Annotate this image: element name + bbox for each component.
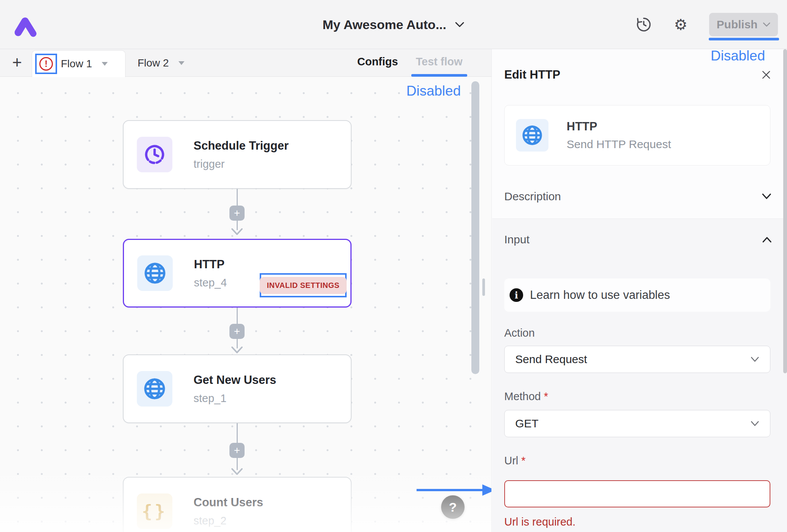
close-panel-button[interactable] [761,69,772,80]
step-settings-panel: Edit HTTP HTTP Send HTTP [491,49,787,532]
chevron-down-icon[interactable] [455,21,465,28]
http-icon-box [137,255,173,291]
node-title: Get New Users [194,373,276,387]
node-http[interactable]: HTTP step_4 INVALID SETTINGS [123,239,352,308]
action-select-value: Send Request [515,353,587,366]
invalid-settings-badge: INVALID SETTINGS [260,277,347,294]
panel-title: Edit HTTP [504,68,560,82]
close-icon [761,70,771,80]
testflow-disabled-underline-annotation [411,74,467,77]
add-flow-button[interactable]: + [8,53,26,72]
piece-info-card: HTTP Send HTTP Request [504,105,770,165]
description-label: Description [504,190,561,203]
globe-icon [143,377,167,401]
connector: + [229,423,245,476]
node-subtitle: step_2 [194,515,263,527]
flow-builder-app: My Awesome Auto... ⚙ Publish [0,0,787,532]
url-arrow-annotation [416,482,491,498]
version-history-button[interactable] [635,16,652,33]
connector: + [229,308,245,354]
panel-scrollbar[interactable] [482,278,485,296]
description-section-toggle[interactable]: Description [504,187,772,206]
piece-name: HTTP [567,120,671,133]
node-subtitle: step_4 [194,277,227,289]
chevron-up-icon [762,236,772,243]
header: My Awesome Auto... ⚙ Publish [0,0,787,49]
url-input[interactable] [504,480,770,507]
tab-flow-2[interactable]: Flow 2 [133,54,189,72]
caret-down-icon[interactable] [178,61,184,65]
chevron-down-icon [761,193,772,200]
http-icon-box [516,119,548,152]
input-label: Input [504,233,530,246]
invalid-settings-annotation-box: INVALID SETTINGS [260,273,347,297]
action-field-label: Action [504,327,535,339]
flow-tabbar: + ! Flow 1 Flow 2 Configs Test flow [0,49,491,77]
clock-icon [143,143,166,166]
chevron-down-icon [763,22,770,27]
required-asterisk: * [521,455,525,467]
node-get-new-users[interactable]: Get New Users step_1 [123,354,352,423]
settings-button[interactable]: ⚙ [672,16,689,33]
node-title: Schedule Trigger [194,139,289,153]
node-title: HTTP [194,258,227,271]
learn-variables-link[interactable]: i Learn how to use variables [504,278,770,312]
caret-down-icon[interactable] [102,62,108,66]
schedule-icon-box [137,137,172,172]
input-section-toggle[interactable]: Input [504,230,772,249]
code-icon-box: {} [137,493,172,529]
url-error-message: Url is required. [504,516,576,528]
arrow-down-icon [229,228,245,236]
tab-flow-1-label: Flow 1 [61,58,92,70]
tab-flow-1[interactable]: ! Flow 1 [32,50,125,77]
globe-icon [521,124,544,147]
tab-flow-2-label: Flow 2 [138,57,169,69]
input-section: Input i Learn how to use variables Actio… [492,218,787,532]
connector: + [229,189,245,236]
publish-disabled-underline-annotation [709,38,779,40]
node-subtitle: step_1 [194,392,276,405]
add-step-button[interactable]: + [229,443,245,458]
add-step-button[interactable]: + [229,206,245,221]
arrow-down-icon [229,468,245,476]
canvas-scrollbar[interactable] [471,81,479,374]
flow-canvas[interactable]: Schedule Trigger trigger + [0,77,491,532]
test-flow-button: Test flow [416,56,463,68]
method-select-value: GET [515,417,539,430]
node-schedule-trigger[interactable]: Schedule Trigger trigger [123,120,352,189]
flow-name-title[interactable]: My Awesome Auto... [322,17,446,32]
flow-error-annotation-box: ! [35,54,57,74]
publish-disabled-label-annotation: Disabled [711,48,765,64]
help-button[interactable]: ? [441,495,465,519]
publish-button: Publish [709,13,778,36]
learn-variables-label: Learn how to use variables [530,288,670,302]
window-scrollbar[interactable] [783,49,787,373]
testflow-disabled-label-annotation: Disabled [406,83,461,99]
required-asterisk: * [544,390,548,402]
http-icon-box [137,371,172,407]
action-select[interactable]: Send Request [504,346,770,373]
configs-link[interactable]: Configs [357,56,398,68]
chevron-down-icon [750,356,759,362]
add-step-button[interactable]: + [229,324,245,339]
history-icon [635,16,652,33]
chevron-down-icon [750,421,759,427]
globe-icon [143,261,167,285]
publish-label: Publish [717,18,758,31]
node-subtitle: trigger [194,158,289,170]
url-field-label: Url* [504,455,525,467]
warning-icon: ! [39,57,53,71]
arrow-down-icon [229,346,245,354]
method-select[interactable]: GET [504,410,770,437]
node-title: Count Users [194,496,263,509]
method-field-label: Method* [504,390,548,403]
info-icon: i [510,288,523,302]
piece-subtitle: Send HTTP Request [567,138,671,151]
braces-icon: {} [142,501,167,521]
gear-icon: ⚙ [674,17,688,32]
node-count-users[interactable]: {} Count Users step_2 [123,477,352,532]
